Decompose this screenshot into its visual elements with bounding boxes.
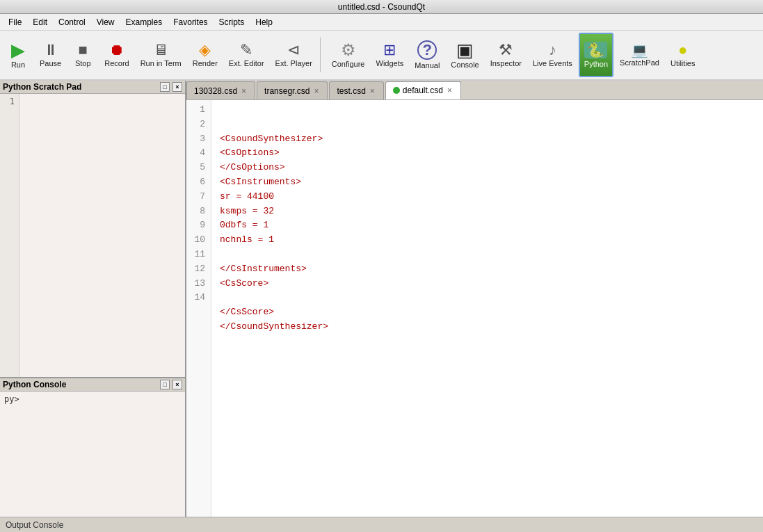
menu-item-view[interactable]: View bbox=[91, 16, 120, 29]
line-number-14: 14 bbox=[192, 291, 205, 305]
widgets-icon: ⊞ bbox=[383, 42, 396, 58]
scratchpad-label: ScratchPad bbox=[620, 58, 659, 67]
toolbar: ▶Run⏸Pause■Stop⏺Record🖥Run in Term◈Rende… bbox=[0, 31, 763, 81]
code-line-9 bbox=[220, 248, 328, 262]
toolbar-btn-run-in-term[interactable]: 🖥Run in Term bbox=[136, 33, 186, 77]
code-line-13: </CsScore> bbox=[220, 305, 328, 320]
tab-130328[interactable]: 130328.csd× bbox=[186, 81, 255, 99]
python-console-close-icon[interactable]: × bbox=[172, 380, 182, 389]
scratch-pad-area: 1 bbox=[0, 94, 185, 378]
menu-item-control[interactable]: Control bbox=[53, 16, 91, 29]
scratch-pad-close-icon[interactable]: × bbox=[172, 82, 182, 92]
toolbar-btn-ext-player[interactable]: ⊲Ext. Player bbox=[271, 33, 317, 77]
scratch-pad-content[interactable] bbox=[19, 94, 185, 377]
menu-item-scripts[interactable]: Scripts bbox=[214, 16, 250, 29]
menu-item-file[interactable]: File bbox=[3, 16, 27, 29]
ext-player-icon: ⊲ bbox=[287, 42, 300, 58]
toolbar-btn-pause[interactable]: ⏸Pause bbox=[35, 33, 66, 77]
toolbar-btn-record[interactable]: ⏺Record bbox=[99, 33, 134, 77]
toolbar-btn-python[interactable]: 🐍Python bbox=[579, 33, 613, 77]
line-number-5: 5 bbox=[192, 161, 205, 175]
manual-icon: ? bbox=[417, 40, 437, 60]
code-line-6: ksmps = 32 bbox=[220, 204, 328, 219]
scratch-pad-controls: □ × bbox=[160, 82, 182, 92]
toolbar-btn-stop[interactable]: ■Stop bbox=[67, 33, 98, 77]
toolbar-separator-ext-player bbox=[320, 38, 324, 72]
code-line-7: 0dbfs = 1 bbox=[220, 218, 328, 233]
tab-label-default: default.csd bbox=[403, 86, 443, 95]
toolbar-btn-scratchpad[interactable]: 💻ScratchPad bbox=[615, 33, 664, 77]
tab-label-transegr: transegr.csd bbox=[264, 86, 310, 96]
tab-label-test: test.csd bbox=[337, 86, 365, 96]
scratch-pad-title: Python Scratch Pad bbox=[3, 82, 81, 92]
line-number-1: 1 bbox=[192, 103, 205, 118]
toolbar-btn-utilities[interactable]: ●Utilities bbox=[666, 33, 700, 77]
toolbar-btn-ext-editor[interactable]: ✎Ext. Editor bbox=[224, 33, 269, 77]
line-number-10: 10 bbox=[192, 233, 205, 248]
run-label: Run bbox=[11, 61, 25, 69]
code-line-3: </CsOptions> bbox=[220, 161, 328, 175]
code-line-4: <CsInstruments> bbox=[220, 175, 328, 190]
inspector-icon: ⚒ bbox=[499, 42, 513, 58]
toolbar-btn-console[interactable]: ▣Console bbox=[446, 33, 483, 77]
toolbar-btn-render[interactable]: ◈Render bbox=[188, 33, 223, 77]
scratch-pad-header: Python Scratch Pad □ × bbox=[0, 81, 185, 94]
toolbar-btn-run[interactable]: ▶Run bbox=[3, 33, 33, 77]
code-content[interactable]: <CsoundSynthesizer><CsOptions></CsOption… bbox=[211, 100, 337, 517]
toolbar-btn-live-events[interactable]: ♪Live Events bbox=[528, 33, 577, 77]
python-console-panel[interactable]: py> bbox=[0, 392, 185, 517]
stop-icon: ■ bbox=[79, 42, 88, 58]
toolbar-btn-inspector[interactable]: ⚒Inspector bbox=[485, 33, 527, 77]
code-line-1: <CsoundSynthesizer> bbox=[220, 132, 328, 147]
ext-editor-icon: ✎ bbox=[240, 42, 252, 58]
left-panel: Python Scratch Pad □ × 1 Python Console … bbox=[0, 81, 186, 517]
tab-dot-default bbox=[393, 87, 400, 94]
code-editor[interactable]: 1234567891011121314 <CsoundSynthesizer><… bbox=[186, 100, 763, 517]
title-bar: untitled.csd - CsoundQt bbox=[0, 0, 763, 14]
code-line-10: </CsInstruments> bbox=[220, 262, 328, 277]
tab-default[interactable]: default.csd× bbox=[385, 81, 461, 99]
line-number-2: 2 bbox=[192, 118, 205, 132]
python-console-header: Python Console □ × bbox=[0, 378, 185, 392]
editor-area: 130328.csd×transegr.csd×test.csd×default… bbox=[186, 81, 763, 517]
tab-close-130328[interactable]: × bbox=[240, 86, 248, 96]
pause-label: Pause bbox=[40, 59, 61, 67]
toolbar-btn-manual[interactable]: ?Manual bbox=[410, 33, 444, 77]
line-number-12: 12 bbox=[192, 262, 205, 277]
python-console-prompt: py> bbox=[0, 392, 185, 407]
line-number-11: 11 bbox=[192, 248, 205, 262]
record-icon: ⏺ bbox=[109, 42, 125, 58]
tab-bar: 130328.csd×transegr.csd×test.csd×default… bbox=[186, 81, 763, 100]
tab-transegr[interactable]: transegr.csd× bbox=[257, 81, 328, 99]
menu-item-examples[interactable]: Examples bbox=[120, 16, 168, 29]
status-bar: Output Console bbox=[0, 517, 763, 532]
render-icon: ◈ bbox=[199, 42, 211, 58]
python-console-restore-icon[interactable]: □ bbox=[160, 380, 170, 389]
live-events-label: Live Events bbox=[533, 59, 572, 67]
scratch-pad-restore-icon[interactable]: □ bbox=[160, 82, 170, 92]
code-line-5: sr = 44100 bbox=[220, 190, 328, 204]
pause-icon: ⏸ bbox=[43, 42, 58, 58]
title-text: untitled.csd - CsoundQt bbox=[338, 2, 425, 12]
menu-item-edit[interactable]: Edit bbox=[27, 16, 53, 29]
line-number-8: 8 bbox=[192, 204, 205, 219]
tab-label-130328: 130328.csd bbox=[194, 86, 237, 96]
menu-item-favorites[interactable]: Favorites bbox=[168, 16, 213, 29]
toolbar-btn-widgets[interactable]: ⊞Widgets bbox=[371, 33, 409, 77]
python-label: Python bbox=[584, 60, 608, 68]
code-line-12 bbox=[220, 291, 328, 305]
code-line-2: <CsOptions> bbox=[220, 146, 328, 161]
toolbar-btn-configure[interactable]: ⚙Configure bbox=[327, 33, 370, 77]
tab-close-default[interactable]: × bbox=[446, 86, 453, 95]
code-line-11: <CsScore> bbox=[220, 277, 328, 291]
scratchpad-icon: 💻 bbox=[631, 43, 648, 57]
line-number-4: 4 bbox=[192, 146, 205, 161]
scratch-pad-line-numbers: 1 bbox=[0, 94, 19, 377]
tab-close-transegr[interactable]: × bbox=[312, 86, 320, 96]
menu-item-help[interactable]: Help bbox=[250, 16, 278, 29]
tab-close-test[interactable]: × bbox=[369, 86, 376, 96]
tab-test[interactable]: test.csd× bbox=[329, 81, 383, 99]
console-label: Console bbox=[451, 61, 479, 69]
widgets-label: Widgets bbox=[376, 59, 404, 67]
utilities-icon: ● bbox=[678, 42, 687, 58]
